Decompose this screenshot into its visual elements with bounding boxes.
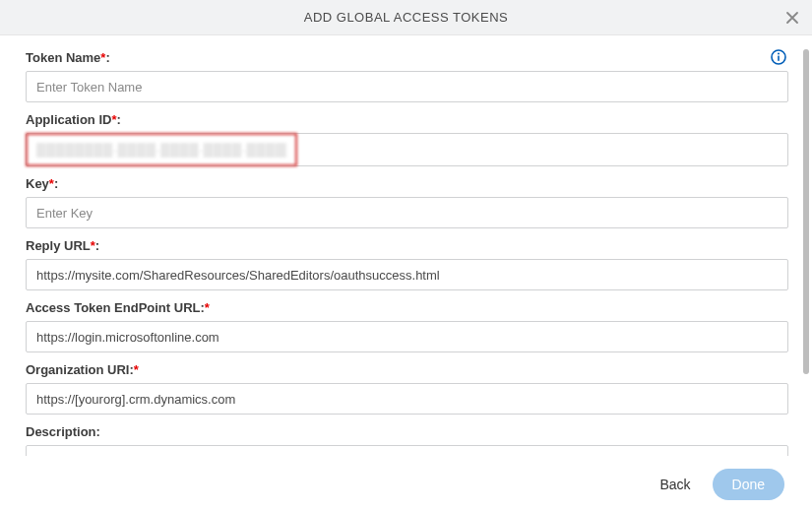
application-id-input[interactable] xyxy=(27,134,296,165)
key-input[interactable] xyxy=(26,197,788,228)
description-label: Description: xyxy=(26,424,100,439)
svg-point-1 xyxy=(778,53,780,55)
add-global-access-tokens-modal: ADD GLOBAL ACCESS TOKENS Token Name*: Ap… xyxy=(0,0,812,511)
application-id-label: Application ID*: xyxy=(26,112,121,127)
reply-url-label: Reply URL*: xyxy=(26,238,99,253)
back-button[interactable]: Back xyxy=(659,477,690,492)
close-icon[interactable] xyxy=(784,10,800,26)
field-application-id: Application ID*: xyxy=(26,112,788,166)
org-uri-input[interactable] xyxy=(26,383,788,415)
key-label: Key*: xyxy=(26,176,58,191)
modal-body: Token Name*: Application ID*: Key*: xyxy=(0,35,800,456)
field-endpoint-url: Access Token EndPoint URL:* xyxy=(26,300,788,352)
field-reply-url: Reply URL*: xyxy=(26,238,788,290)
modal-header: ADD GLOBAL ACCESS TOKENS xyxy=(0,0,812,35)
field-token-name: Token Name*: xyxy=(26,49,788,102)
field-description: Description: xyxy=(26,424,788,456)
token-name-input[interactable] xyxy=(26,71,788,102)
modal-footer: Back Done xyxy=(0,456,812,511)
endpoint-url-input[interactable] xyxy=(26,321,788,352)
info-icon[interactable] xyxy=(771,49,786,65)
token-name-label: Token Name*: xyxy=(26,50,110,65)
svg-rect-2 xyxy=(778,56,780,61)
endpoint-url-label: Access Token EndPoint URL:* xyxy=(26,300,210,315)
modal-title: ADD GLOBAL ACCESS TOKENS xyxy=(304,10,509,25)
field-org-uri: Organization URI:* xyxy=(26,362,788,415)
description-input[interactable] xyxy=(26,445,788,456)
vertical-scrollbar[interactable] xyxy=(803,49,809,374)
reply-url-input[interactable] xyxy=(26,259,788,290)
field-key: Key*: xyxy=(26,176,788,228)
org-uri-label: Organization URI:* xyxy=(26,362,139,377)
done-button[interactable]: Done xyxy=(713,469,784,500)
